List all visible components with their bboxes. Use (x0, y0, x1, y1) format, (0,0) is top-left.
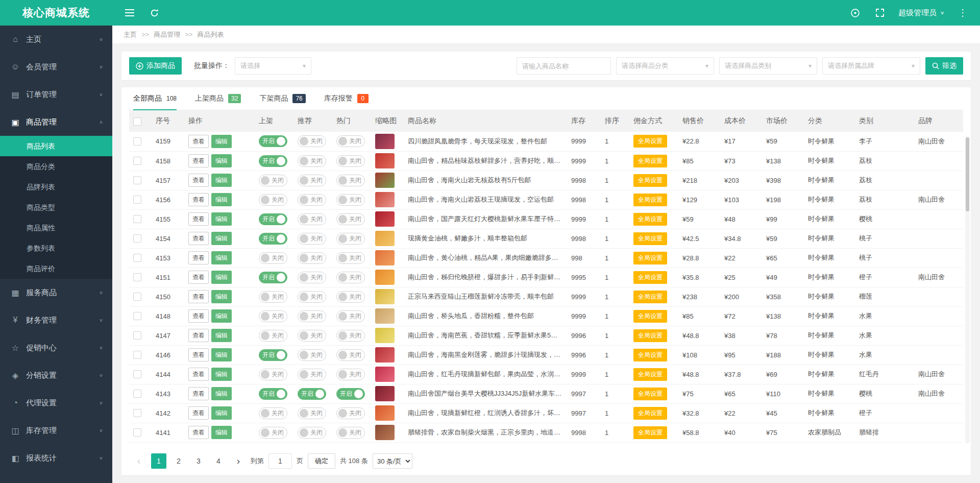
sidebar-subitem[interactable]: 品牌列表 (0, 177, 112, 197)
toggle-off[interactable]: 关闭 (298, 233, 326, 245)
row-checkbox[interactable] (133, 409, 141, 417)
row-checkbox[interactable] (133, 370, 141, 378)
toggle-on[interactable]: 开启 (259, 272, 287, 283)
row-checkbox[interactable] (133, 137, 141, 146)
page-button-2[interactable]: 2 (171, 453, 186, 469)
toggle-off[interactable]: 关闭 (298, 175, 326, 186)
view-button[interactable]: 查看 (188, 193, 209, 206)
toggle-off[interactable]: 关闭 (336, 272, 365, 283)
table-scrollbar[interactable] (965, 136, 970, 444)
product-name-search-input[interactable] (517, 57, 611, 75)
commission-setting-button[interactable]: 全局设置 (633, 310, 667, 323)
toggle-off[interactable]: 关闭 (259, 427, 287, 439)
commission-setting-button[interactable]: 全局设置 (633, 135, 667, 148)
commission-setting-button[interactable]: 全局设置 (633, 232, 667, 245)
per-page-select[interactable]: 30 条/页 (373, 453, 412, 469)
sidebar-item-0[interactable]: ⌂ 主页 ∨ (0, 26, 112, 53)
sidebar-item-8[interactable]: ◔ 代理设置 ∨ (0, 389, 112, 417)
toggle-off[interactable]: 关闭 (336, 233, 365, 245)
sidebar-subitem[interactable]: 商品分类 (0, 156, 112, 177)
next-page-button[interactable]: › (231, 453, 246, 469)
toggle-off[interactable]: 关闭 (336, 427, 365, 439)
fullscreen-icon[interactable] (874, 7, 886, 19)
row-checkbox[interactable] (133, 428, 141, 437)
commission-setting-button[interactable]: 全局设置 (633, 407, 667, 420)
row-checkbox[interactable] (133, 293, 141, 301)
sidebar-item-6[interactable]: ☆ 促销中心 ∨ (0, 334, 112, 361)
toggle-on[interactable]: 开启 (298, 388, 326, 400)
toggle-off[interactable]: 关闭 (298, 330, 326, 342)
user-menu[interactable]: 超级管理员 ∨ (898, 8, 944, 18)
toggle-off[interactable]: 关闭 (298, 310, 326, 322)
edit-button[interactable]: 编辑 (211, 309, 232, 323)
toggle-off[interactable]: 关闭 (259, 330, 287, 342)
sidebar-subitem[interactable]: 商品类型 (0, 197, 112, 218)
prev-page-button[interactable]: ‹ (131, 453, 146, 469)
edit-button[interactable]: 编辑 (211, 329, 232, 342)
toggle-off[interactable]: 关闭 (298, 155, 326, 167)
edit-button[interactable]: 编辑 (211, 406, 232, 420)
sidebar-subitem[interactable]: 商品评价 (0, 258, 112, 279)
sidebar-subitem[interactable]: 商品属性 (0, 218, 112, 238)
toggle-on[interactable]: 开启 (336, 388, 365, 400)
commission-setting-button[interactable]: 全局设置 (633, 213, 667, 226)
breadcrumb-item[interactable]: 商品列表 (197, 30, 224, 39)
scrollbar-thumb[interactable] (966, 137, 969, 211)
view-button[interactable]: 查看 (188, 174, 209, 187)
sidebar-subitem[interactable]: 商品列表 (0, 136, 112, 156)
commission-setting-button[interactable]: 全局设置 (633, 388, 667, 400)
toggle-off[interactable]: 关闭 (336, 407, 365, 419)
toggle-off[interactable]: 关闭 (298, 252, 326, 264)
toggle-off[interactable]: 关闭 (298, 407, 326, 419)
edit-button[interactable]: 编辑 (211, 154, 232, 167)
tab-1[interactable]: 上架商品 32 (195, 87, 241, 110)
toggle-off[interactable]: 关闭 (259, 291, 287, 303)
toggle-on[interactable]: 开启 (259, 155, 287, 167)
toggle-on[interactable]: 开启 (259, 349, 287, 361)
menu-collapse-icon[interactable] (124, 7, 136, 19)
row-checkbox[interactable] (133, 273, 141, 281)
view-button[interactable]: 查看 (188, 309, 209, 323)
commission-setting-button[interactable]: 全局设置 (633, 155, 667, 167)
page-button-3[interactable]: 3 (191, 453, 206, 469)
sidebar-item-3[interactable]: ▣ 商品管理 ∧ (0, 108, 112, 136)
toggle-off[interactable]: 关闭 (336, 330, 365, 342)
view-button[interactable]: 查看 (188, 329, 209, 342)
page-button-4[interactable]: 4 (211, 453, 226, 469)
sidebar-item-4[interactable]: ▦ 服务商品 ∨ (0, 279, 112, 306)
view-button[interactable]: 查看 (188, 271, 209, 284)
row-checkbox[interactable] (133, 390, 141, 398)
page-button-1[interactable]: 1 (151, 453, 166, 469)
sidebar-item-5[interactable]: ¥ 财务管理 ∨ (0, 306, 112, 334)
sidebar-item-1[interactable]: ☺ 会员管理 ∨ (0, 53, 112, 81)
edit-button[interactable]: 编辑 (211, 271, 232, 284)
toggle-off[interactable]: 关闭 (336, 213, 365, 225)
toggle-off[interactable]: 关闭 (298, 291, 326, 303)
toggle-on[interactable]: 开启 (259, 213, 287, 225)
filter-select-2[interactable]: 请选择所属品牌▾ (822, 57, 920, 75)
view-button[interactable]: 查看 (188, 348, 209, 361)
tab-2[interactable]: 下架商品 76 (259, 87, 305, 110)
row-checkbox[interactable] (133, 157, 141, 165)
commission-setting-button[interactable]: 全局设置 (633, 174, 667, 187)
row-checkbox[interactable] (133, 254, 141, 262)
commission-setting-button[interactable]: 全局设置 (633, 291, 667, 303)
toggle-off[interactable]: 关闭 (336, 155, 365, 167)
toggle-off[interactable]: 关闭 (298, 272, 326, 283)
filter-select-1[interactable]: 请选择商品类别▾ (719, 57, 817, 75)
refresh-icon[interactable] (148, 7, 160, 19)
sidebar-item-10[interactable]: ◧ 报表统计 ∨ (0, 444, 112, 472)
row-checkbox[interactable] (133, 331, 141, 340)
toggle-off[interactable]: 关闭 (298, 369, 326, 380)
toggle-off[interactable]: 关闭 (298, 427, 326, 439)
toggle-off[interactable]: 关闭 (298, 349, 326, 361)
sidebar-item-7[interactable]: ◈ 分销设置 ∨ (0, 361, 112, 389)
row-checkbox[interactable] (133, 351, 141, 359)
view-button[interactable]: 查看 (188, 387, 209, 400)
row-checkbox[interactable] (133, 215, 141, 223)
commission-setting-button[interactable]: 全局设置 (633, 329, 667, 342)
row-checkbox[interactable] (133, 234, 141, 243)
edit-button[interactable]: 编辑 (211, 348, 232, 361)
edit-button[interactable]: 编辑 (211, 232, 232, 245)
view-button[interactable]: 查看 (188, 232, 209, 245)
